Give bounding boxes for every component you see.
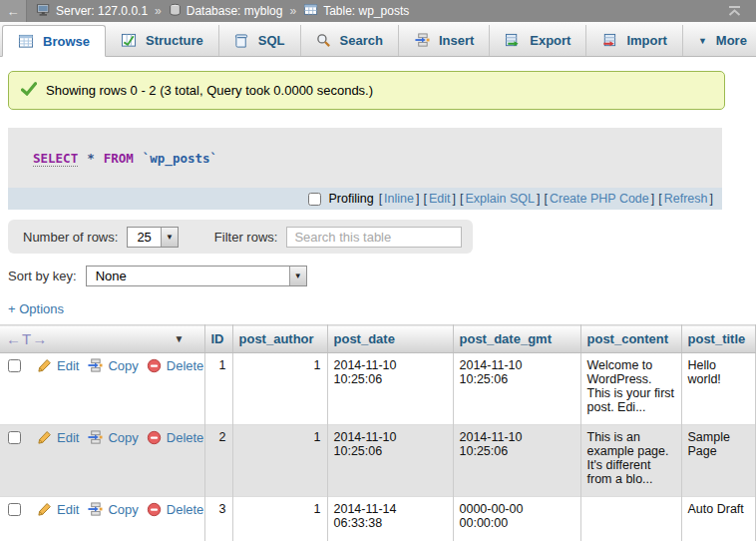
copy-row-link[interactable]: Copy [108, 358, 138, 373]
bracket: [ [656, 192, 663, 206]
table-row: EditCopyDelete312014-11-14 06:33:380000-… [0, 497, 756, 541]
column-header-post_content[interactable]: post_content [580, 325, 681, 353]
filter-rows-input[interactable] [286, 227, 462, 248]
cell-post_date: 2014-11-10 10:25:06 [327, 353, 453, 425]
row-checkbox[interactable] [8, 359, 21, 372]
profiling-label: Profiling [328, 192, 373, 206]
tab-label: SQL [258, 33, 285, 48]
column-header-post_date_gmt[interactable]: post_date_gmt [453, 325, 580, 353]
breadcrumb-separator: » [288, 4, 297, 18]
number-of-rows-label: Number of rows: [23, 230, 118, 245]
copy-row-link[interactable]: Copy [108, 430, 138, 445]
tab-sql[interactable]: SQL [219, 25, 301, 56]
collapse-panel-icon[interactable] [727, 5, 742, 18]
header-actions-cell: ←T→ ▼ [0, 325, 204, 353]
copy-icon [87, 358, 103, 373]
query-action-link-explain-sql[interactable]: Explain SQL [465, 192, 534, 206]
sql-icon [234, 33, 249, 49]
copy-row-link[interactable]: Copy [108, 502, 138, 517]
row-options-panel: Number of rows: 25 ▼ Filter rows: [8, 220, 473, 254]
pencil-icon [37, 430, 52, 445]
tab-more[interactable]: ▼More [683, 25, 756, 56]
breadcrumb-item-label: Database: myblog [187, 4, 283, 18]
tab-structure[interactable]: Structure [106, 25, 219, 56]
options-toggle-link[interactable]: + Options [8, 301, 64, 316]
cell-id: 3 [204, 497, 232, 541]
breadcrumb-item[interactable]: Server: 127.0.0.1 [36, 3, 148, 20]
column-header-post_title[interactable]: post_title [681, 325, 756, 353]
breadcrumb-bar: ← Server: 127.0.0.1»Database: myblog»Tab… [0, 0, 756, 22]
cell-post_date_gmt: 2014-11-10 10:25:06 [453, 425, 580, 497]
database-icon [169, 3, 182, 20]
tab-label: Search [340, 33, 383, 48]
chevron-down-icon: ▼ [698, 36, 707, 46]
cell-post_content: This is an example page. It's different … [580, 425, 681, 497]
cell-post_date_gmt: 0000-00-00 00:00:00 [453, 497, 580, 541]
column-header-post_author[interactable]: post_author [232, 325, 327, 353]
row-checkbox[interactable] [8, 503, 21, 516]
tab-label: Insert [439, 33, 474, 48]
cell-post_title: Auto Draft [681, 497, 756, 541]
cell-post_content: Welcome to WordPress. This is your first… [580, 353, 681, 425]
cell-post_date_gmt: 2014-11-10 10:25:06 [453, 353, 580, 425]
sort-by-key-label: Sort by key: [8, 269, 77, 283]
structure-icon [121, 33, 137, 48]
cell-post_date: 2014-11-10 10:25:06 [327, 425, 453, 497]
query-action-link-edit[interactable]: Edit [429, 192, 451, 206]
tab-export[interactable]: Export [490, 25, 586, 56]
sql-token: `wp_posts` [143, 151, 217, 166]
edit-row-link[interactable]: Edit [57, 358, 79, 373]
sql-statement: SELECT*FROM`wp_posts` [8, 128, 722, 188]
sort-row: Sort by key: None ▼ [8, 266, 756, 286]
breadcrumb-item[interactable]: Database: myblog [169, 3, 283, 20]
pencil-icon [37, 358, 52, 373]
copy-icon [87, 430, 103, 445]
bracket: [ [377, 192, 384, 206]
column-header-post_date[interactable]: post_date [327, 325, 453, 353]
query-action-link-create-php-code[interactable]: Create PHP Code [550, 192, 649, 206]
back-button[interactable]: ← [0, 0, 27, 22]
insert-icon [414, 33, 430, 48]
sort-by-key-select[interactable]: None ▼ [86, 266, 307, 286]
query-action-link-inline[interactable]: Inline [384, 192, 414, 206]
tab-import[interactable]: Import [586, 25, 682, 56]
breadcrumb-item-label: Server: 127.0.0.1 [56, 4, 148, 18]
cell-post_title: Sample Page [681, 425, 756, 497]
delete-row-link[interactable]: Delete [167, 502, 204, 517]
delete-row-link[interactable]: Delete [167, 430, 204, 445]
breadcrumb-item[interactable]: Table: wp_posts [303, 3, 409, 20]
edit-row-link[interactable]: Edit [57, 430, 79, 445]
row-checkbox[interactable] [8, 431, 21, 444]
bracket: [ [458, 192, 465, 206]
sql-token: FROM [104, 151, 134, 166]
sort-indicator-icon[interactable]: ▼ [175, 333, 198, 344]
row-actions-cell: EditCopyDelete [0, 425, 204, 497]
cell-post_author: 1 [232, 425, 327, 497]
tab-label: More [716, 33, 747, 48]
query-box: SELECT*FROM`wp_posts` Profiling [ Inline… [8, 128, 722, 210]
tab-label: Export [530, 33, 570, 48]
bracket: [ [542, 192, 549, 206]
bracket: ] [649, 192, 656, 206]
cell-post_content [580, 497, 681, 541]
export-icon [505, 33, 521, 48]
breadcrumb-separator: » [154, 4, 163, 18]
delete-row-link[interactable]: Delete [167, 358, 204, 373]
profiling-checkbox[interactable] [308, 193, 321, 206]
number-of-rows-select[interactable]: 25 ▼ [127, 227, 178, 248]
edit-row-link[interactable]: Edit [57, 502, 79, 517]
profiling-links: [ Inline ][ Edit ][ Explain SQL ][ Creat… [377, 192, 715, 206]
search-icon [316, 33, 331, 48]
cell-id: 2 [204, 425, 232, 497]
tab-browse[interactable]: Browse [2, 25, 106, 57]
vertical-headers-toggle-icon[interactable]: ←T→ [6, 330, 48, 347]
cell-post_date: 2014-11-14 06:33:38 [327, 497, 453, 541]
column-header-id[interactable]: ID [204, 325, 232, 353]
tab-label: Import [626, 33, 666, 48]
tab-insert[interactable]: Insert [399, 25, 490, 56]
tab-search[interactable]: Search [301, 25, 399, 56]
bracket: [ [421, 192, 428, 206]
cell-id: 1 [204, 353, 232, 425]
chevron-down-icon: ▼ [161, 228, 178, 247]
query-action-link-refresh[interactable]: Refresh [664, 192, 708, 206]
